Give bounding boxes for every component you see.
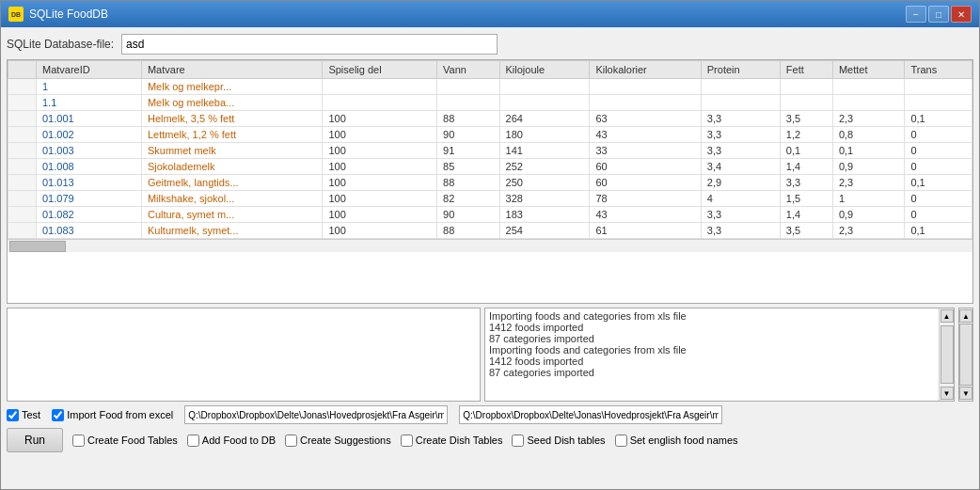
create-suggestions-checkbox[interactable] xyxy=(285,435,297,447)
row-num xyxy=(8,159,37,175)
cell-matvare-name: Melk og melkeba... xyxy=(141,95,322,111)
test-checkbox-item[interactable]: Test xyxy=(7,409,40,421)
import-food-checkbox-item[interactable]: Import Food from excel xyxy=(52,409,173,421)
row-num xyxy=(8,111,37,127)
create-suggestions-item[interactable]: Create Suggestions xyxy=(285,435,391,447)
import-food-checkbox[interactable] xyxy=(52,409,64,421)
table-row: 01.008Sjokolademelk10085252603,41,40,90 xyxy=(8,159,972,175)
cell-matvare-name: Lettmelk, 1,2 % fett xyxy=(141,127,322,143)
cell-data: 100 xyxy=(323,127,437,143)
cell-data: 88 xyxy=(437,175,500,191)
cell-data: 2,3 xyxy=(832,223,905,239)
cell-data: 3,3 xyxy=(701,207,780,223)
db-file-label: SQLite Database-file: xyxy=(7,38,114,51)
cell-data: 3,3 xyxy=(701,127,780,143)
table-row: 01.001Helmelk, 3,5 % fett10088264633,33,… xyxy=(8,111,972,127)
log-scroll-up[interactable]: ▲ xyxy=(940,309,954,323)
create-food-tables-checkbox[interactable] xyxy=(72,435,85,447)
path2-input[interactable] xyxy=(459,405,722,424)
cell-data: 1,5 xyxy=(780,191,832,207)
cell-data: 0,1 xyxy=(832,143,905,159)
cell-matvare-name: Milkshake, sjokol... xyxy=(141,191,322,207)
svg-text:DB: DB xyxy=(11,11,21,18)
cell-data xyxy=(437,95,500,111)
row-num xyxy=(8,79,37,95)
col-header-matvare: Matvare xyxy=(141,61,322,79)
seed-dish-tables-item[interactable]: Seed Dish tables xyxy=(512,435,605,447)
create-dish-tables-checkbox[interactable] xyxy=(401,435,413,447)
test-label: Test xyxy=(22,409,40,420)
cell-data: 0 xyxy=(905,127,972,143)
cell-data xyxy=(323,95,437,111)
set-english-food-label: Set english food names xyxy=(630,435,738,446)
create-food-tables-item[interactable]: Create Food Tables xyxy=(72,435,178,447)
log-scroll-down[interactable]: ▼ xyxy=(940,387,954,400)
cell-data: 60 xyxy=(590,159,701,175)
main-window: DB SQLite FoodDB − □ ✕ SQLite Database-f… xyxy=(0,0,980,490)
cell-data: 252 xyxy=(499,159,590,175)
table-row: 1Melk og melkepr... xyxy=(8,79,972,95)
left-textarea[interactable] xyxy=(7,308,481,402)
create-dish-tables-item[interactable]: Create Dish Tables xyxy=(401,435,503,447)
cell-data: 0,1 xyxy=(905,223,972,239)
add-food-db-item[interactable]: Add Food to DB xyxy=(187,435,276,447)
table-row: 01.082Cultura, symet m...10090183433,31,… xyxy=(8,207,972,223)
right-scroll-down[interactable]: ▼ xyxy=(959,387,972,400)
set-english-food-checkbox[interactable] xyxy=(615,435,627,447)
cell-matvare-name: Helmelk, 3,5 % fett xyxy=(141,111,322,127)
right-scroll-up[interactable]: ▲ xyxy=(959,309,972,323)
cell-matvare-id: 01.003 xyxy=(37,143,142,159)
create-suggestions-label: Create Suggestions xyxy=(300,435,391,446)
cell-data: 3,3 xyxy=(701,111,780,127)
cell-data: 180 xyxy=(499,127,590,143)
cell-data xyxy=(701,95,780,111)
cell-data: 88 xyxy=(437,111,500,127)
col-header-kilojoule: Kilojoule xyxy=(499,61,590,79)
col-header-row-num xyxy=(8,61,37,79)
cell-data xyxy=(905,79,972,95)
cell-data xyxy=(499,95,590,111)
db-file-input[interactable] xyxy=(121,34,498,55)
table-row: 01.079Milkshake, sjokol...100823287841,5… xyxy=(8,191,972,207)
cell-matvare-id: 01.008 xyxy=(37,159,142,175)
cell-matvare-name: Skummet melk xyxy=(141,143,322,159)
cell-data xyxy=(832,95,905,111)
cell-data: 3,3 xyxy=(780,175,832,191)
close-button[interactable]: ✕ xyxy=(951,6,972,23)
cell-data: 0,9 xyxy=(832,207,905,223)
cell-data: 4 xyxy=(701,191,780,207)
cell-data: 3,5 xyxy=(780,223,832,239)
seed-dish-tables-checkbox[interactable] xyxy=(512,435,524,447)
table-scrollbar-h[interactable] xyxy=(8,239,972,252)
cell-data xyxy=(323,79,437,95)
row-num xyxy=(8,95,37,111)
scrollbar-thumb[interactable] xyxy=(9,241,66,252)
row-num xyxy=(8,175,37,191)
cell-matvare-name: Geitmelk, langtids... xyxy=(141,175,322,191)
cell-data xyxy=(437,79,500,95)
data-table-container[interactable]: MatvareID Matvare Spiselig del Vann Kilo… xyxy=(7,59,973,304)
set-english-food-item[interactable]: Set english food names xyxy=(615,435,738,447)
cell-data: 0 xyxy=(905,207,972,223)
cell-matvare-name: Sjokolademelk xyxy=(141,159,322,175)
cell-data: 91 xyxy=(437,143,500,159)
cell-data: 0,9 xyxy=(832,159,905,175)
cell-data: 90 xyxy=(437,127,500,143)
col-header-kilokalorier: Kilokalorier xyxy=(590,61,701,79)
cell-data: 328 xyxy=(499,191,590,207)
cell-matvare-id: 01.001 xyxy=(37,111,142,127)
cell-data: 43 xyxy=(590,207,701,223)
add-food-db-checkbox[interactable] xyxy=(187,435,199,447)
minimize-button[interactable]: − xyxy=(906,6,926,23)
table-header-row: MatvareID Matvare Spiselig del Vann Kilo… xyxy=(8,61,972,79)
col-header-mettet: Mettet xyxy=(832,61,905,79)
path1-input[interactable] xyxy=(184,405,448,424)
maximize-button[interactable]: □ xyxy=(928,6,949,23)
cell-data: 90 xyxy=(437,207,500,223)
window-title: SQLite FoodDB xyxy=(29,8,906,21)
title-bar: DB SQLite FoodDB − □ ✕ xyxy=(1,1,979,27)
col-header-trans: Trans xyxy=(905,61,972,79)
cell-data: 88 xyxy=(437,223,500,239)
test-checkbox[interactable] xyxy=(7,409,19,421)
run-button[interactable]: Run xyxy=(7,428,63,452)
